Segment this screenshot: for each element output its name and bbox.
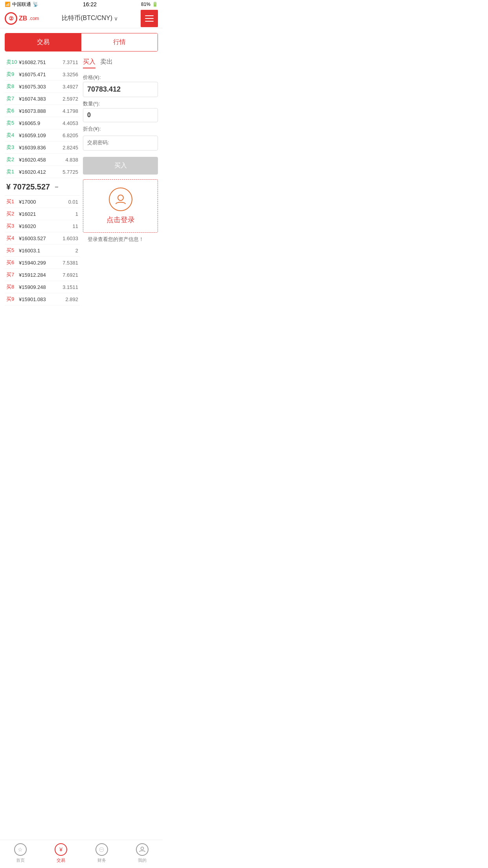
sell-order-row[interactable]: 卖2 ¥16020.458 4.838 xyxy=(5,154,80,166)
qty-input[interactable]: 0 xyxy=(83,108,158,122)
buy-qty: 11 xyxy=(73,223,78,229)
qty-value: 0 xyxy=(87,112,91,119)
buy-orders: 买1 ¥17000 0.01 买2 ¥16021 1 买3 ¥16020 11 … xyxy=(5,196,80,305)
price-value: 70783.412 xyxy=(87,85,121,94)
sell-order-row[interactable]: 卖1 ¥16020.412 5.7725 xyxy=(5,166,80,178)
login-avatar-icon xyxy=(109,188,132,211)
tab-trade[interactable]: 交易 xyxy=(5,33,81,51)
buy-qty: 7.6921 xyxy=(62,272,78,278)
logo: ② ZB .com xyxy=(5,12,39,25)
sell-qty: 4.838 xyxy=(65,157,78,163)
buy-order-row[interactable]: 买5 ¥16003.1 2 xyxy=(5,245,80,257)
chevron-down-icon: ∨ xyxy=(114,15,118,22)
header-title[interactable]: 比特币(BTC/CNY) ∨ xyxy=(62,14,118,22)
buy-order-row[interactable]: 买2 ¥16021 1 xyxy=(5,208,80,220)
sell-order-row[interactable]: 卖7 ¥16074.383 2.5972 xyxy=(5,93,80,105)
menu-line-3 xyxy=(145,21,154,22)
sell-qty: 5.7725 xyxy=(62,169,78,175)
current-price: ¥ 70725.527 xyxy=(6,182,50,191)
buy-label: 买7 xyxy=(6,271,17,278)
wifi-icon: 📡 xyxy=(33,2,39,7)
sell-order-row[interactable]: 卖10 ¥16082.751 7.3711 xyxy=(5,56,80,68)
battery-icon: 🔋 xyxy=(152,2,158,7)
header: ② ZB .com 比特币(BTC/CNY) ∨ xyxy=(0,9,163,28)
password-input[interactable]: 交易密码: xyxy=(83,136,158,151)
main-tab-bar: 交易 行情 xyxy=(5,33,158,51)
sell-order-row[interactable]: 卖9 ¥16075.471 3.3256 xyxy=(5,68,80,81)
sell-price: ¥16065.9 xyxy=(17,120,62,126)
sell-order-row[interactable]: 卖6 ¥16073.888 4.1798 xyxy=(5,105,80,117)
svg-point-0 xyxy=(118,195,123,200)
logo-icon: ② xyxy=(5,12,17,25)
buy-order-row[interactable]: 买9 ¥15901.083 2.892 xyxy=(5,293,80,305)
sell-label: 卖6 xyxy=(6,107,17,114)
sell-label: 卖5 xyxy=(6,120,17,127)
password-field-row: 交易密码: xyxy=(83,136,158,151)
sell-qty: 3.3256 xyxy=(62,72,78,77)
buy-qty: 2.892 xyxy=(65,296,78,302)
buy-price: ¥16003.527 xyxy=(17,235,62,241)
buy-qty: 7.5381 xyxy=(62,260,78,266)
sell-tab[interactable]: 卖出 xyxy=(100,58,113,68)
buy-price: ¥16021 xyxy=(17,211,75,217)
main-content: 卖10 ¥16082.751 7.3711 卖9 ¥16075.471 3.32… xyxy=(0,56,163,305)
buy-label: 买9 xyxy=(6,296,17,303)
buy-qty: 1.6033 xyxy=(62,235,78,241)
buy-qty: 0.01 xyxy=(68,199,78,205)
sell-order-row[interactable]: 卖3 ¥16039.836 2.8245 xyxy=(5,142,80,154)
menu-line-1 xyxy=(145,15,154,16)
sell-qty: 7.3711 xyxy=(62,59,78,65)
sell-price: ¥16075.471 xyxy=(17,72,62,77)
price-direction-icon: － xyxy=(53,182,60,191)
buy-label: 买5 xyxy=(6,247,17,254)
password-label: 交易密码: xyxy=(87,139,109,146)
signal-icon: 📶 xyxy=(5,2,11,7)
order-book: 卖10 ¥16082.751 7.3711 卖9 ¥16075.471 3.32… xyxy=(5,56,80,305)
trade-panel: 买入 卖出 价格(¥): 70783.412 数量(⁴): 0 折合(¥): xyxy=(83,56,158,305)
login-button[interactable]: 点击登录 xyxy=(106,215,135,224)
sell-price: ¥16073.888 xyxy=(17,108,62,114)
price-label: 价格(¥): xyxy=(83,74,158,81)
buy-label: 买6 xyxy=(6,259,17,266)
buy-label: 买8 xyxy=(6,283,17,291)
tab-market[interactable]: 行情 xyxy=(81,33,158,51)
status-bar: 📶 中国联通 📡 16:22 81% 🔋 xyxy=(0,0,163,9)
total-field-row: 折合(¥): xyxy=(83,125,158,132)
buy-price: ¥15901.083 xyxy=(17,296,65,302)
status-left: 📶 中国联通 📡 xyxy=(5,1,39,8)
menu-button[interactable] xyxy=(141,10,158,27)
menu-line-2 xyxy=(145,18,154,19)
buy-price: ¥17000 xyxy=(17,199,68,205)
sell-price: ¥16059.109 xyxy=(17,132,62,138)
buy-order-row[interactable]: 买6 ¥15940.299 7.5381 xyxy=(5,257,80,269)
buy-order-row[interactable]: 买3 ¥16020 11 xyxy=(5,220,80,232)
buy-button[interactable]: 买入 xyxy=(83,157,158,175)
sell-label: 卖10 xyxy=(6,59,17,66)
buy-label: 买1 xyxy=(6,198,17,205)
sell-price: ¥16020.458 xyxy=(17,157,65,163)
login-prompt[interactable]: 点击登录 xyxy=(83,179,158,233)
buy-price: ¥16020 xyxy=(17,223,73,229)
sell-label: 卖8 xyxy=(6,83,17,90)
buy-order-row[interactable]: 买8 ¥15909.248 3.1511 xyxy=(5,281,80,293)
sell-price: ¥16039.836 xyxy=(17,145,62,151)
buy-label: 买3 xyxy=(6,223,17,230)
buy-label: 买2 xyxy=(6,210,17,217)
buy-order-row[interactable]: 买1 ¥17000 0.01 xyxy=(5,196,80,208)
buy-price: ¥15912.284 xyxy=(17,272,62,278)
sell-order-row[interactable]: 卖8 ¥16075.303 3.4927 xyxy=(5,81,80,93)
sell-order-row[interactable]: 卖5 ¥16065.9 4.4053 xyxy=(5,117,80,129)
sell-label: 卖7 xyxy=(6,95,17,102)
sell-price: ¥16020.412 xyxy=(17,169,62,175)
buy-order-row[interactable]: 买4 ¥16003.527 1.6033 xyxy=(5,232,80,245)
sell-order-row[interactable]: 卖4 ¥16059.109 6.8205 xyxy=(5,129,80,142)
buy-order-row[interactable]: 买7 ¥15912.284 7.6921 xyxy=(5,269,80,281)
buy-tab[interactable]: 买入 xyxy=(83,58,95,68)
price-input[interactable]: 70783.412 xyxy=(83,82,158,97)
buy-label: 买4 xyxy=(6,235,17,242)
price-field-row: 价格(¥): 70783.412 xyxy=(83,74,158,97)
current-price-row: ¥ 70725.527 － xyxy=(5,178,80,196)
sell-label: 卖2 xyxy=(6,156,17,163)
sell-qty: 2.8245 xyxy=(62,145,78,151)
sell-price: ¥16074.383 xyxy=(17,96,62,102)
